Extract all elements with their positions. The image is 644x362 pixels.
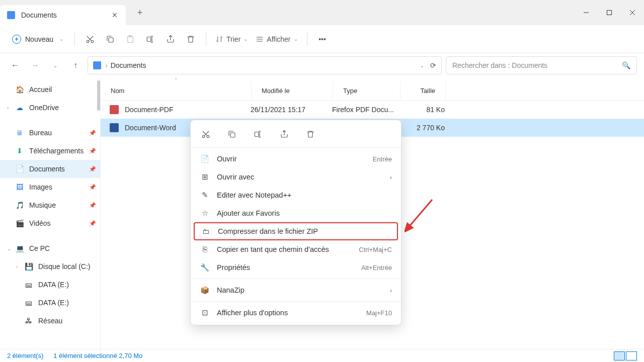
address-bar[interactable]: › Documents ⌄ ⟳ xyxy=(88,56,442,74)
nanazip-icon: 📦 xyxy=(200,286,210,295)
chevron-right-icon: › xyxy=(390,173,392,181)
sort-button[interactable]: Trier ⌄ xyxy=(212,30,251,48)
sidebar-item-music[interactable]: 🎵Musique📌 xyxy=(0,196,100,214)
music-icon: 🎵 xyxy=(15,201,24,210)
sidebar-item-network[interactable]: 🖧Réseau xyxy=(0,312,100,330)
col-name[interactable]: Nom xyxy=(101,81,252,100)
context-menu: 📄OuvrirEntrée ⊞Ouvrir avec› ✎Editer avec… xyxy=(190,120,401,325)
svg-rect-1 xyxy=(607,11,612,15)
maximize-button[interactable] xyxy=(598,3,621,23)
rename-button[interactable] xyxy=(141,30,159,48)
sidebar-item-downloads[interactable]: ⬇Téléchargements📌 xyxy=(0,142,100,160)
delete-icon[interactable] xyxy=(305,129,315,139)
share-icon[interactable] xyxy=(279,129,289,139)
title-bar: Documents ✕ + xyxy=(0,0,644,25)
close-window-button[interactable] xyxy=(621,3,644,23)
context-open[interactable]: 📄OuvrirEntrée xyxy=(191,150,401,168)
svg-rect-6 xyxy=(109,38,113,42)
file-modified: 26/11/2021 15:17 xyxy=(251,106,332,114)
col-size[interactable]: Taille xyxy=(400,81,446,100)
sidebar-item-desktop[interactable]: 🖥Bureau📌 xyxy=(0,124,100,142)
star-icon: ☆ xyxy=(200,209,210,217)
col-modified[interactable]: Modifié le xyxy=(252,81,333,100)
folder-icon xyxy=(93,61,101,69)
file-name: Document-PDF xyxy=(125,106,251,114)
minimize-button[interactable] xyxy=(575,3,598,23)
paste-button[interactable] xyxy=(121,30,139,48)
grid-view-button[interactable] xyxy=(626,351,637,360)
forward-button[interactable]: → xyxy=(27,57,43,73)
up-button[interactable]: ↑ xyxy=(67,57,84,73)
home-icon: 🏠 xyxy=(15,85,24,94)
context-nanazip[interactable]: 📦NanaZip› xyxy=(191,281,401,299)
desktop-icon: 🖥 xyxy=(15,128,24,137)
back-button[interactable]: ← xyxy=(7,57,23,73)
pin-icon: 📌 xyxy=(89,148,96,154)
svg-rect-16 xyxy=(255,132,259,137)
svg-point-4 xyxy=(87,40,89,43)
share-button[interactable] xyxy=(162,30,180,48)
more-button[interactable]: ••• xyxy=(313,30,332,48)
file-type: Firefox PDF Docu... xyxy=(332,106,399,114)
cut-button[interactable] xyxy=(81,30,99,48)
svg-point-5 xyxy=(91,40,94,43)
nav-row: ← → ⌄ ↑ › Documents ⌄ ⟳ Rechercher dans … xyxy=(0,53,644,77)
separator xyxy=(307,32,307,46)
separator xyxy=(191,279,401,279)
new-button[interactable]: + Nouveau ⌄ xyxy=(7,30,68,48)
sort-label: Trier xyxy=(226,35,240,43)
context-openwith[interactable]: ⊞Ouvrir avec› xyxy=(191,168,401,186)
sidebar-item-thispc[interactable]: ⌄💻Ce PC xyxy=(0,239,100,257)
context-zip[interactable]: 🗀Compresser dans le fichier ZIP xyxy=(194,222,398,240)
context-copypath[interactable]: ⎘Copier en tant que chemin d'accèsCtrl+M… xyxy=(191,240,401,258)
sidebar-item-onedrive[interactable]: ›☁OneDrive xyxy=(0,99,100,117)
pin-icon: 📌 xyxy=(89,130,96,136)
sidebar-item-home[interactable]: 🏠Accueil xyxy=(0,80,100,99)
sidebar-item-documents[interactable]: 📄Documents📌 xyxy=(0,160,100,178)
view-button[interactable]: Afficher ⌄ xyxy=(253,30,300,48)
open-icon: 📄 xyxy=(200,155,210,163)
address-path: Documents xyxy=(111,61,146,69)
more-icon: ⊡ xyxy=(200,309,210,317)
search-input[interactable]: Rechercher dans : Documents 🔍 xyxy=(446,56,637,74)
new-label: Nouveau xyxy=(25,35,53,43)
file-size: 81 Ko xyxy=(399,106,445,114)
new-tab-button[interactable]: + xyxy=(132,5,148,21)
plus-circle-icon: + xyxy=(12,35,21,44)
status-selected: 1 élément sélectionné 2,70 Mo xyxy=(53,352,142,359)
tab-documents[interactable]: Documents ✕ xyxy=(0,5,126,25)
chevron-down-icon[interactable]: ⌄ xyxy=(420,63,424,68)
rename-icon[interactable] xyxy=(253,129,263,139)
view-mode-toggles xyxy=(614,351,637,360)
context-favorites[interactable]: ☆Ajouter aux Favoris xyxy=(191,204,401,222)
refresh-icon[interactable]: ⟳ xyxy=(430,61,436,69)
copy-button[interactable] xyxy=(101,30,119,48)
videos-icon: 🎬 xyxy=(15,219,24,228)
recent-dropdown[interactable]: ⌄ xyxy=(47,57,63,73)
context-notepad[interactable]: ✎Editer avec Notepad++ xyxy=(191,186,401,204)
chevron-right-icon: › xyxy=(105,61,108,69)
file-row[interactable]: Document-PDF 26/11/2021 15:17 Firefox PD… xyxy=(101,101,644,119)
col-type[interactable]: Type xyxy=(333,81,400,100)
context-quick-actions xyxy=(191,123,401,145)
sidebar-item-localdisk[interactable]: ›💾Disque local (C:) xyxy=(0,257,100,276)
context-more[interactable]: ⊡Afficher plus d'optionsMaj+F10 xyxy=(191,304,401,322)
copy-icon[interactable] xyxy=(227,129,237,139)
separator xyxy=(191,301,401,302)
svg-point-13 xyxy=(202,135,205,138)
search-placeholder: Rechercher dans : Documents xyxy=(452,61,547,69)
sidebar-item-images[interactable]: 🖼Images📌 xyxy=(0,178,100,196)
sidebar-item-data2[interactable]: 🖴DATA (E:) xyxy=(0,294,100,312)
sidebar: 🏠Accueil ›☁OneDrive 🖥Bureau📌 ⬇Télécharge… xyxy=(0,77,101,359)
sidebar-item-videos[interactable]: 🎬Vidéos📌 xyxy=(0,214,100,232)
images-icon: 🖼 xyxy=(15,183,24,192)
cut-icon[interactable] xyxy=(201,129,211,139)
close-tab-icon[interactable]: ✕ xyxy=(109,10,121,20)
status-bar: 2 élément(s) 1 élément sélectionné 2,70 … xyxy=(0,349,644,362)
svg-rect-15 xyxy=(230,133,235,137)
details-view-button[interactable] xyxy=(614,351,625,360)
scrollbar[interactable] xyxy=(97,80,100,111)
context-properties[interactable]: 🔧PropriétésAlt+Entrée xyxy=(191,258,401,277)
sidebar-item-data1[interactable]: 🖴DATA (E:) xyxy=(0,276,100,294)
delete-button[interactable] xyxy=(182,30,200,48)
